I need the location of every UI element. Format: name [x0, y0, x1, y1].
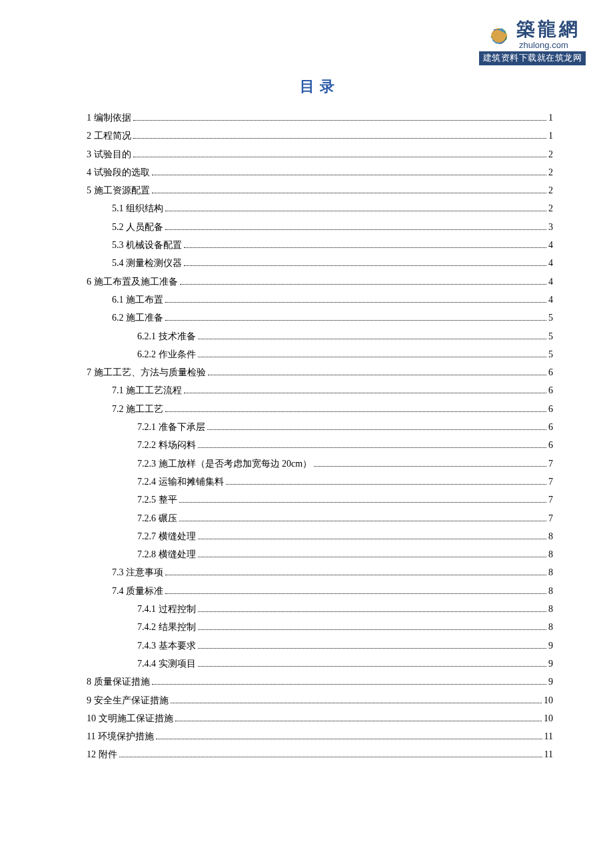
toc-dot-leader: [165, 575, 546, 575]
toc-entry-label: 7.4.4 实测项目: [137, 655, 196, 673]
toc-entry-label: 7.4.1 过程控制: [137, 600, 196, 618]
toc-dot-leader: [180, 284, 547, 285]
toc-entry: 7 施工工艺、方法与质量检验6: [87, 363, 553, 381]
toc-entry: 7.2.3 施工放样（是否考虑加宽每边 20cm）7: [87, 455, 553, 473]
toc-entry-label: 5.1 组织结构: [112, 199, 163, 217]
toc-dot-leader: [133, 120, 547, 121]
toc-entry-page: 4: [548, 254, 553, 272]
toc-entry: 7.1 施工工艺流程6: [87, 381, 553, 399]
toc-dot-leader: [184, 247, 546, 248]
toc-entry: 10 文明施工保证措施10: [87, 709, 553, 727]
toc-dot-leader: [165, 593, 546, 594]
toc-entry-page: 5: [548, 327, 553, 345]
toc-entry-page: 7: [548, 509, 553, 527]
logo-slogan: 建筑资料下载就在筑龙网: [479, 51, 586, 65]
toc-entry-page: 6: [548, 436, 553, 454]
toc-entry-page: 2: [548, 145, 553, 163]
toc-entry-label: 6.1 施工布置: [112, 291, 163, 309]
toc-entry-page: 6: [548, 363, 553, 381]
toc-dot-leader: [179, 521, 547, 521]
toc-entry: 4 试验段的选取2: [87, 163, 553, 181]
toc-entry-page: 8: [548, 545, 553, 563]
toc-entry-label: 6.2 施工准备: [112, 309, 163, 327]
toc-entry-page: 6: [548, 418, 553, 436]
toc-entry-page: 7: [548, 455, 553, 473]
toc-dot-leader: [165, 229, 546, 230]
toc-entry-label: 7.1 施工工艺流程: [112, 381, 182, 399]
toc-entry-label: 10 文明施工保证措施: [87, 709, 173, 727]
toc-entry: 5.3 机械设备配置4: [87, 236, 553, 254]
toc-entry-label: 3 试验目的: [87, 145, 131, 163]
site-logo: 築龍網 zhulong.com 建筑资料下载就在筑龙网: [476, 20, 589, 67]
toc-entry-label: 11 环境保护措施: [87, 727, 154, 745]
toc-dot-leader: [152, 175, 547, 175]
toc-entry-label: 7.2.2 料场闷料: [137, 436, 196, 454]
toc-entry: 6 施工布置及施工准备4: [87, 273, 553, 291]
toc-entry: 8 质量保证措施9: [87, 673, 553, 691]
toc-dot-leader: [165, 302, 546, 303]
toc-dot-leader: [198, 629, 547, 630]
toc-entry-page: 2: [548, 163, 553, 181]
toc-entry-label: 5.4 测量检测仪器: [112, 254, 182, 272]
toc-entry-label: 7.4.2 结果控制: [137, 618, 196, 636]
toc-dot-leader: [171, 703, 542, 703]
toc-dot-leader: [198, 447, 547, 448]
toc-entry: 5 施工资源配置2: [87, 181, 553, 199]
toc-entry: 7.2.2 料场闷料6: [87, 436, 553, 454]
toc-dot-leader: [198, 666, 547, 667]
toc-entry: 12 附件11: [87, 745, 553, 763]
toc-entry-page: 4: [548, 291, 553, 309]
toc-entry: 5.2 人员配备3: [87, 218, 553, 236]
page-content: 目录 1 编制依据12 工程简况13 试验目的24 试验段的选取25 施工资源配…: [0, 0, 613, 764]
toc-entry-label: 7.2.4 运输和摊铺集料: [137, 473, 224, 491]
toc-dot-leader: [314, 466, 546, 467]
toc-entry-label: 7 施工工艺、方法与质量检验: [87, 363, 206, 381]
toc-entry: 6.2.2 作业条件5: [87, 345, 553, 363]
toc-entry: 7.2.4 运输和摊铺集料7: [87, 473, 553, 491]
toc-entry: 6.2.1 技术准备5: [87, 327, 553, 345]
toc-entry-page: 5: [548, 309, 553, 327]
toc-entry-page: 6: [548, 381, 553, 399]
toc-entry: 7.2 施工工艺6: [87, 400, 553, 418]
toc-entry-label: 4 试验段的选取: [87, 163, 150, 181]
toc-dot-leader: [175, 721, 542, 721]
toc-entry-page: 9: [548, 655, 553, 673]
toc-entry-label: 7.4 质量标准: [112, 582, 163, 600]
toc-entry-label: 7.2.3 施工放样（是否考虑加宽每边 20cm）: [137, 455, 312, 473]
toc-entry-label: 7.3 注意事项: [112, 563, 163, 581]
toc-entry-label: 7.4.3 基本要求: [137, 637, 196, 655]
toc-dot-leader: [165, 211, 546, 211]
toc-entry-page: 5: [548, 345, 553, 363]
toc-dot-leader: [165, 411, 546, 412]
toc-entry: 6.1 施工布置4: [87, 291, 553, 309]
toc-list: 1 编制依据12 工程简况13 试验目的24 试验段的选取25 施工资源配置25…: [87, 109, 553, 764]
toc-entry: 7.3 注意事项8: [87, 563, 553, 581]
logo-top-row: 築龍網 zhulong.com: [484, 20, 580, 50]
toc-entry: 9 安全生产保证措施10: [87, 691, 553, 709]
logo-text-block: 築龍網 zhulong.com: [516, 20, 580, 50]
toc-entry: 7.2.6 碾压7: [87, 509, 553, 527]
toc-entry-page: 7: [548, 491, 553, 509]
toc-entry-page: 8: [548, 527, 553, 545]
toc-entry-label: 5.3 机械设备配置: [112, 236, 182, 254]
toc-entry-label: 6.2.1 技术准备: [137, 327, 196, 345]
toc-entry: 7.2.1 准备下承层6: [87, 418, 553, 436]
toc-entry-page: 8: [548, 582, 553, 600]
toc-entry: 7.4 质量标准8: [87, 582, 553, 600]
toc-title: 目录: [87, 77, 553, 97]
toc-dot-leader: [184, 265, 546, 266]
logo-en-text: zhulong.com: [519, 40, 568, 50]
toc-dot-leader: [165, 320, 546, 321]
toc-dot-leader: [198, 648, 547, 649]
toc-entry: 7.4.4 实测项目9: [87, 655, 553, 673]
toc-entry-label: 6.2.2 作业条件: [137, 345, 196, 363]
toc-entry-label: 6 施工布置及施工准备: [87, 273, 178, 291]
toc-entry: 2 工程简况1: [87, 127, 553, 145]
toc-entry-page: 2: [548, 199, 553, 217]
toc-entry-label: 12 附件: [87, 745, 117, 763]
toc-dot-leader: [198, 357, 547, 357]
logo-cn-text: 築龍網: [516, 20, 580, 39]
toc-entry-label: 8 质量保证措施: [87, 673, 150, 691]
toc-entry-page: 4: [548, 273, 553, 291]
toc-entry-label: 5.2 人员配备: [112, 218, 163, 236]
